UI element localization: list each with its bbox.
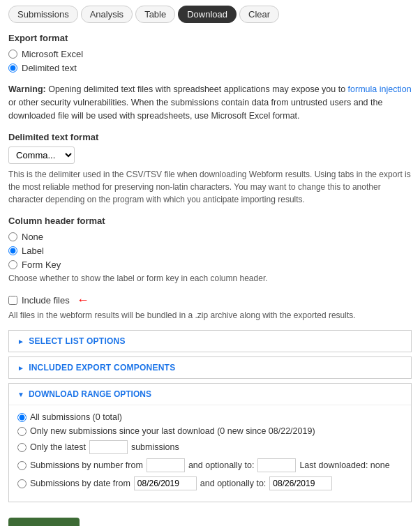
range-date-from-input[interactable] <box>134 476 197 490</box>
radio-label-label: Label <box>22 246 44 256</box>
download-range-content: All submissions (0 total) Only new submi… <box>9 405 411 502</box>
range-number-from-input[interactable] <box>147 458 185 472</box>
export-components-header[interactable]: ► INCLUDED EXPORT COMPONENTS <box>9 357 411 378</box>
tab-download[interactable]: Download <box>178 6 237 23</box>
radio-excel-label: Microsoft Excel <box>22 49 83 59</box>
warning-box: Warning: Opening delimited text files wi… <box>8 83 412 122</box>
range-date-label: Submissions by date from <box>30 479 130 488</box>
radio-delimited[interactable]: Delimited text <box>8 63 412 73</box>
download-range-box: ▼ DOWNLOAD RANGE OPTIONS All submissions… <box>8 383 412 502</box>
range-number-label: Submissions by number from <box>30 460 143 470</box>
include-files-label: Include files <box>22 295 70 306</box>
tab-submissions[interactable]: Submissions <box>8 6 78 23</box>
range-date-to-input[interactable] <box>269 476 332 490</box>
range-latest-submissions: Only the latest submissions <box>17 440 403 454</box>
export-format-section: Export format Microsoft Excel Delimited … <box>8 33 412 73</box>
range-date-middle: and optionally to: <box>200 479 267 488</box>
download-button[interactable]: Download <box>8 518 80 526</box>
tab-bar: Submissions Analysis Table Download Clea… <box>8 6 412 23</box>
delimiter-format-title: Delimited text format <box>8 132 412 142</box>
include-files-row: Include files ← <box>8 293 412 308</box>
radio-label[interactable]: Label <box>8 246 412 256</box>
column-header-section: Column header format None Label Form Key… <box>8 216 412 283</box>
range-date-radio[interactable] <box>17 479 27 488</box>
column-header-description: Choose whether to show the label or form… <box>8 273 412 283</box>
radio-formkey-input[interactable] <box>8 260 17 269</box>
range-new-label: Only new submissions since your last dow… <box>30 426 315 436</box>
radio-none-input[interactable] <box>8 232 17 241</box>
radio-delimited-label: Delimited text <box>22 63 77 73</box>
export-components-title: INCLUDED EXPORT COMPONENTS <box>29 363 175 373</box>
arrow-indicator: ← <box>77 293 89 308</box>
range-all-radio[interactable] <box>17 413 27 422</box>
radio-excel[interactable]: Microsoft Excel <box>8 49 412 59</box>
delimiter-description: This is the delimiter used in the CSV/TS… <box>8 168 412 206</box>
export-format-options: Microsoft Excel Delimited text <box>8 49 412 73</box>
range-number-middle: and optionally to: <box>188 460 255 470</box>
range-number-radio[interactable] <box>17 461 27 470</box>
range-all-label: All submissions (0 total) <box>30 412 122 422</box>
range-by-date: Submissions by date from and optionally … <box>17 476 403 490</box>
column-header-title: Column header format <box>8 216 412 226</box>
formula-injection-link[interactable]: formula injection <box>348 84 412 94</box>
tab-analysis[interactable]: Analysis <box>81 6 133 23</box>
range-number-to-input[interactable] <box>257 458 296 472</box>
include-files-description: All files in the webform results will be… <box>8 310 412 320</box>
warning-text-after: or other security vulnerabilities. When … <box>8 98 382 121</box>
range-new-submissions: Only new submissions since your last dow… <box>17 426 403 436</box>
radio-label-input[interactable] <box>8 246 17 255</box>
export-format-title: Export format <box>8 33 412 43</box>
range-latest-suffix: submissions <box>131 442 179 452</box>
warning-label: Warning: <box>8 84 46 94</box>
range-by-number: Submissions by number from and optionall… <box>17 458 403 472</box>
select-list-accordion: ► SELECT LIST OPTIONS <box>8 330 412 352</box>
delimiter-select[interactable]: Comma... Tab Semicolon Colon <box>8 146 75 164</box>
range-new-radio[interactable] <box>17 427 27 436</box>
column-header-options: None Label Form Key <box>8 232 412 270</box>
radio-formkey[interactable]: Form Key <box>8 260 412 270</box>
download-range-header[interactable]: ▼ DOWNLOAD RANGE OPTIONS <box>9 384 411 405</box>
export-components-accordion: ► INCLUDED EXPORT COMPONENTS <box>8 356 412 379</box>
radio-excel-input[interactable] <box>8 50 17 59</box>
radio-delimited-input[interactable] <box>8 63 17 73</box>
select-list-header[interactable]: ► SELECT LIST OPTIONS <box>9 331 411 352</box>
radio-formkey-label: Form Key <box>22 260 61 270</box>
radio-none[interactable]: None <box>8 232 412 242</box>
range-last-downloaded: Last downloaded: none <box>299 460 389 470</box>
select-list-title: SELECT LIST OPTIONS <box>29 336 126 346</box>
export-components-arrow: ► <box>17 364 24 372</box>
include-files-section: Include files ← All files in the webform… <box>8 293 412 320</box>
delimiter-format-section: Delimited text format Comma... Tab Semic… <box>8 132 412 206</box>
tab-clear[interactable]: Clear <box>239 6 279 23</box>
range-all-submissions: All submissions (0 total) <box>17 412 403 422</box>
range-latest-radio[interactable] <box>17 443 27 452</box>
include-files-checkbox[interactable] <box>8 296 17 305</box>
tab-table[interactable]: Table <box>135 6 175 23</box>
range-latest-label: Only the latest <box>30 442 86 452</box>
range-latest-input[interactable] <box>89 440 128 454</box>
download-range-arrow: ▼ <box>17 391 24 398</box>
radio-none-label: None <box>22 232 43 242</box>
warning-text-before: Opening delimited text files with spread… <box>46 84 348 94</box>
select-list-arrow: ► <box>17 338 24 345</box>
download-range-title: DOWNLOAD RANGE OPTIONS <box>29 389 151 399</box>
